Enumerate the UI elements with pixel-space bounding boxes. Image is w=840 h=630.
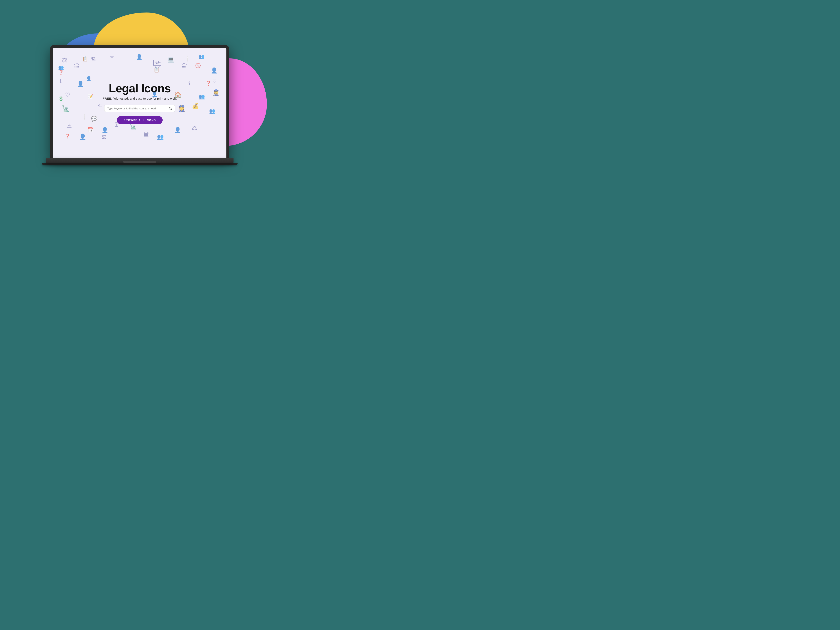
bg-icon-39: 👥 (209, 109, 215, 113)
bg-icon-5: 👤 (77, 81, 84, 87)
bg-icon-22: 🏛 (143, 132, 149, 137)
laptop-foot (42, 163, 238, 165)
laptop-screen-outer: ⚖🏛ℹ♡🗽👤⚠❕🏗✏💬👤❓📋👥💲👤📅⚖❓🗓🗽🏛👥👤🏠⚖💰👮👥ℹ🏛💻❕👥🚫👤❓👮👥… (50, 45, 229, 158)
bg-icon-27: 💰 (192, 103, 199, 109)
bg-icon-17: 📅 (88, 128, 94, 132)
bg-icon-23: 👥 (157, 134, 164, 139)
subtitle-free: FREE (103, 97, 111, 100)
bg-icon-46: 🏷 (98, 103, 103, 108)
svg-point-1 (156, 61, 159, 64)
svg-line-4 (171, 109, 172, 110)
bg-icon-31: 🏛 (182, 63, 187, 69)
browse-all-icons-button[interactable]: BROWSE ALL ICONS (117, 116, 163, 124)
laptop-screen-inner: ⚖🏛ℹ♡🗽👤⚠❕🏗✏💬👤❓📋👥💲👤📅⚖❓🗓🗽🏛👥👤🏠⚖💰👮👥ℹ🏛💻❕👥🚫👤❓👮👥… (53, 48, 226, 158)
bg-icon-37: ❓ (205, 81, 211, 86)
bg-icon-44: 👤 (86, 77, 92, 81)
page-title: Legal Icons (109, 82, 171, 95)
bg-icon-15: 💲 (58, 96, 64, 101)
hero-content: Legal Icons FREE, field-tested, and easy… (103, 82, 177, 124)
bg-icon-35: 🚫 (195, 63, 201, 68)
bg-icon-12: ❓ (58, 70, 64, 75)
bg-icon-38: 👮 (212, 90, 220, 96)
bg-icon-3: ♡ (65, 92, 70, 98)
search-input[interactable] (107, 107, 167, 110)
bg-icon-18: ⚖ (101, 134, 107, 140)
bg-icon-45: 📝 (88, 94, 93, 99)
bg-icon-34: 👥 (199, 54, 204, 59)
bg-icon-6: ⚠ (67, 123, 72, 128)
bg-icon-29: 👥 (199, 94, 205, 99)
bg-icon-2: ℹ (60, 79, 62, 84)
screen-content: ⚖🏛ℹ♡🗽👤⚠❕🏗✏💬👤❓📋👥💲👤📅⚖❓🗓🗽🏛👥👤🏠⚖💰👮👥ℹ🏛💻❕👥🚫👤❓👮👥… (53, 48, 226, 158)
bg-icon-10: 💬 (91, 116, 97, 121)
bg-icon-4: 🗽 (62, 105, 69, 112)
bg-icon-32: 💻 (167, 57, 174, 62)
subtitle-rest: , field-tested, and easy to use for prin… (111, 97, 177, 100)
subtitle: FREE, field-tested, and easy to use for … (103, 97, 177, 100)
bg-icon-42: ♡ (212, 79, 216, 83)
bg-icon-28: 👮 (178, 105, 186, 112)
bg-icon-19: ❓ (65, 134, 70, 138)
bg-icon-24: 👤 (174, 128, 181, 133)
laptop: ⚖🏛ℹ♡🗽👤⚠❕🏗✏💬👤❓📋👥💲👤📅⚖❓🗓🗽🏛👥👤🏠⚖💰👮👥ℹ🏛💻❕👥🚫👤❓👮👥… (42, 45, 238, 165)
search-icon (169, 107, 172, 110)
bg-icon-9: ✏ (110, 54, 114, 60)
bg-icon-13: 📋 (82, 57, 88, 61)
search-button[interactable] (169, 107, 172, 110)
svg-rect-0 (153, 60, 161, 66)
bg-icon-36: 👤 (211, 68, 218, 73)
bg-icon-1: 🏛 (74, 63, 80, 69)
bg-icon-16: 👤 (79, 134, 86, 140)
bg-icon-30: ℹ (188, 81, 190, 86)
bg-icon-40: 📋 (154, 68, 159, 72)
laptop-base (46, 158, 234, 163)
bg-icon-8: 🏗 (91, 57, 96, 61)
bg-icon-41: 👤 (136, 54, 142, 60)
bg-icon-14: 👥 (58, 65, 64, 70)
bg-icon-33: ❕ (185, 57, 190, 61)
bg-icon-7: ❕ (81, 114, 88, 120)
svg-text:CLERK: CLERK (156, 62, 161, 64)
search-bar[interactable] (104, 105, 175, 112)
bg-icon-11: 👤 (101, 128, 108, 133)
bg-icon-0: ⚖ (62, 57, 68, 63)
clerk-icon: CLERK (152, 59, 163, 71)
bg-icon-26: ⚖ (192, 125, 197, 131)
